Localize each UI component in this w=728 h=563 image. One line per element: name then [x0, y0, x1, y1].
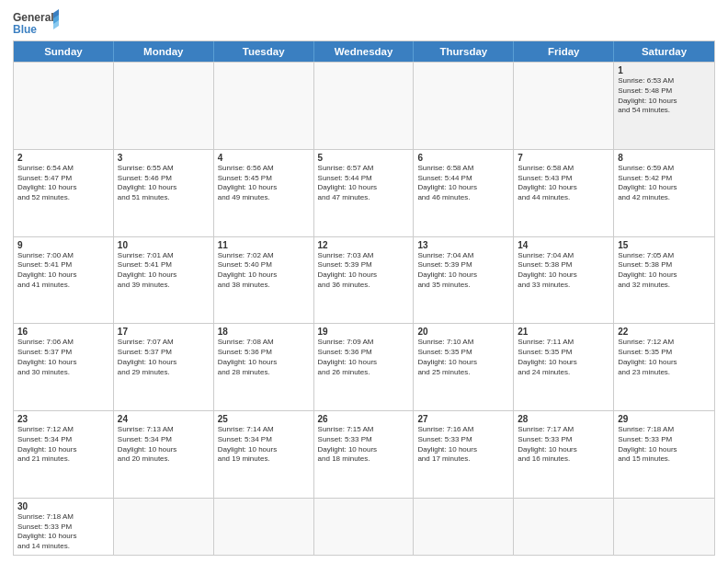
day-cell-empty [114, 499, 214, 555]
day-cell-16: 16Sunrise: 7:06 AM Sunset: 5:37 PM Dayli… [14, 324, 114, 410]
day-number: 18 [218, 327, 310, 337]
day-cell-26: 26Sunrise: 7:15 AM Sunset: 5:33 PM Dayli… [314, 411, 415, 498]
day-cell-empty [514, 63, 614, 149]
day-header-wednesday: Wednesday [314, 41, 415, 62]
day-cell-15: 15Sunrise: 7:05 AM Sunset: 5:38 PM Dayli… [614, 237, 714, 324]
day-cell-empty [614, 499, 714, 555]
day-info: Sunrise: 7:14 AM Sunset: 5:34 PM Dayligh… [218, 425, 310, 465]
day-info: Sunrise: 7:13 AM Sunset: 5:34 PM Dayligh… [118, 425, 210, 465]
week-row-0: 1Sunrise: 6:53 AM Sunset: 5:48 PM Daylig… [14, 62, 714, 149]
day-header-sunday: Sunday [14, 41, 114, 62]
day-cell-empty [414, 499, 514, 555]
day-number: 20 [417, 327, 509, 337]
day-cell-7: 7Sunrise: 6:58 AM Sunset: 5:43 PM Daylig… [514, 150, 614, 236]
day-number: 14 [518, 240, 609, 250]
day-cell-12: 12Sunrise: 7:03 AM Sunset: 5:39 PM Dayli… [314, 237, 415, 324]
day-info: Sunrise: 7:18 AM Sunset: 5:33 PM Dayligh… [17, 512, 109, 552]
day-number: 28 [518, 414, 609, 424]
day-cell-25: 25Sunrise: 7:14 AM Sunset: 5:34 PM Dayli… [214, 411, 314, 498]
day-info: Sunrise: 7:09 AM Sunset: 5:36 PM Dayligh… [318, 338, 410, 377]
day-number: 26 [318, 414, 410, 424]
day-cell-24: 24Sunrise: 7:13 AM Sunset: 5:34 PM Dayli… [114, 411, 214, 498]
calendar-grid: 1Sunrise: 6:53 AM Sunset: 5:48 PM Daylig… [14, 62, 714, 555]
day-info: Sunrise: 7:01 AM Sunset: 5:41 PM Dayligh… [118, 251, 210, 291]
svg-text:General: General [13, 11, 54, 24]
day-cell-empty [314, 499, 415, 555]
day-cell-22: 22Sunrise: 7:12 AM Sunset: 5:35 PM Dayli… [614, 324, 714, 410]
day-cell-10: 10Sunrise: 7:01 AM Sunset: 5:41 PM Dayli… [114, 237, 214, 324]
day-number: 4 [218, 153, 310, 163]
day-header-tuesday: Tuesday [214, 41, 314, 62]
day-info: Sunrise: 6:59 AM Sunset: 5:42 PM Dayligh… [618, 164, 711, 203]
day-cell-empty [214, 63, 314, 149]
day-cell-13: 13Sunrise: 7:04 AM Sunset: 5:39 PM Dayli… [414, 237, 514, 324]
svg-text:Blue: Blue [13, 23, 37, 36]
day-info: Sunrise: 7:06 AM Sunset: 5:37 PM Dayligh… [17, 338, 109, 377]
logo-svg: General Blue [13, 9, 59, 37]
day-info: Sunrise: 7:12 AM Sunset: 5:35 PM Dayligh… [618, 338, 711, 377]
day-cell-23: 23Sunrise: 7:12 AM Sunset: 5:34 PM Dayli… [14, 411, 114, 498]
day-info: Sunrise: 7:10 AM Sunset: 5:35 PM Dayligh… [417, 338, 509, 377]
day-number: 11 [218, 240, 310, 250]
day-cell-29: 29Sunrise: 7:18 AM Sunset: 5:33 PM Dayli… [614, 411, 714, 498]
day-cell-21: 21Sunrise: 7:11 AM Sunset: 5:35 PM Dayli… [514, 324, 614, 410]
day-number: 3 [118, 153, 210, 163]
day-info: Sunrise: 7:05 AM Sunset: 5:38 PM Dayligh… [618, 251, 711, 291]
day-info: Sunrise: 7:07 AM Sunset: 5:37 PM Dayligh… [118, 338, 210, 377]
week-row-1: 2Sunrise: 6:54 AM Sunset: 5:47 PM Daylig… [14, 149, 714, 236]
day-number: 15 [618, 240, 711, 250]
day-number: 2 [17, 153, 109, 163]
day-cell-empty [514, 499, 614, 555]
day-info: Sunrise: 6:58 AM Sunset: 5:44 PM Dayligh… [417, 164, 509, 203]
day-number: 12 [318, 240, 410, 250]
day-cell-3: 3Sunrise: 6:55 AM Sunset: 5:46 PM Daylig… [114, 150, 214, 236]
day-number: 17 [118, 327, 210, 337]
day-info: Sunrise: 6:55 AM Sunset: 5:46 PM Dayligh… [118, 164, 210, 203]
day-info: Sunrise: 7:00 AM Sunset: 5:41 PM Dayligh… [17, 251, 109, 291]
day-number: 21 [518, 327, 609, 337]
day-cell-27: 27Sunrise: 7:16 AM Sunset: 5:33 PM Dayli… [414, 411, 514, 498]
day-info: Sunrise: 6:53 AM Sunset: 5:48 PM Dayligh… [618, 76, 711, 116]
day-info: Sunrise: 7:11 AM Sunset: 5:35 PM Dayligh… [518, 338, 609, 377]
week-row-4: 23Sunrise: 7:12 AM Sunset: 5:34 PM Dayli… [14, 410, 714, 498]
day-cell-empty [414, 63, 514, 149]
day-cell-empty [14, 63, 114, 149]
day-cell-9: 9Sunrise: 7:00 AM Sunset: 5:41 PM Daylig… [14, 237, 114, 324]
day-cell-8: 8Sunrise: 6:59 AM Sunset: 5:42 PM Daylig… [614, 150, 714, 236]
day-number: 24 [118, 414, 210, 424]
logo: General Blue [13, 9, 59, 37]
day-info: Sunrise: 7:04 AM Sunset: 5:39 PM Dayligh… [417, 251, 509, 291]
day-number: 19 [318, 327, 410, 337]
day-cell-20: 20Sunrise: 7:10 AM Sunset: 5:35 PM Dayli… [414, 324, 514, 410]
day-info: Sunrise: 7:03 AM Sunset: 5:39 PM Dayligh… [318, 251, 410, 291]
calendar-page: General Blue SundayMondayTuesdayWednesda… [0, 0, 728, 563]
day-headers: SundayMondayTuesdayWednesdayThursdayFrid… [14, 41, 714, 62]
day-cell-empty [314, 63, 415, 149]
day-header-thursday: Thursday [414, 41, 514, 62]
day-cell-19: 19Sunrise: 7:09 AM Sunset: 5:36 PM Dayli… [314, 324, 415, 410]
day-info: Sunrise: 7:18 AM Sunset: 5:33 PM Dayligh… [618, 425, 711, 465]
header: General Blue [13, 9, 715, 37]
day-number: 5 [318, 153, 410, 163]
day-cell-empty [114, 63, 214, 149]
day-number: 1 [618, 65, 711, 75]
day-number: 22 [618, 327, 711, 337]
day-cell-14: 14Sunrise: 7:04 AM Sunset: 5:38 PM Dayli… [514, 237, 614, 324]
day-info: Sunrise: 7:17 AM Sunset: 5:33 PM Dayligh… [518, 425, 609, 465]
day-info: Sunrise: 7:02 AM Sunset: 5:40 PM Dayligh… [218, 251, 310, 291]
day-cell-empty [214, 499, 314, 555]
week-row-last: 30Sunrise: 7:18 AM Sunset: 5:33 PM Dayli… [14, 498, 714, 555]
day-cell-28: 28Sunrise: 7:17 AM Sunset: 5:33 PM Dayli… [514, 411, 614, 498]
day-header-saturday: Saturday [614, 41, 714, 62]
day-cell-5: 5Sunrise: 6:57 AM Sunset: 5:44 PM Daylig… [314, 150, 415, 236]
day-info: Sunrise: 7:16 AM Sunset: 5:33 PM Dayligh… [417, 425, 509, 465]
day-header-monday: Monday [114, 41, 214, 62]
day-info: Sunrise: 6:57 AM Sunset: 5:44 PM Dayligh… [318, 164, 410, 203]
day-info: Sunrise: 6:58 AM Sunset: 5:43 PM Dayligh… [518, 164, 609, 203]
day-info: Sunrise: 6:56 AM Sunset: 5:45 PM Dayligh… [218, 164, 310, 203]
day-info: Sunrise: 7:15 AM Sunset: 5:33 PM Dayligh… [318, 425, 410, 465]
day-number: 30 [17, 501, 109, 511]
week-row-3: 16Sunrise: 7:06 AM Sunset: 5:37 PM Dayli… [14, 323, 714, 410]
day-number: 25 [218, 414, 310, 424]
day-number: 16 [17, 327, 109, 337]
